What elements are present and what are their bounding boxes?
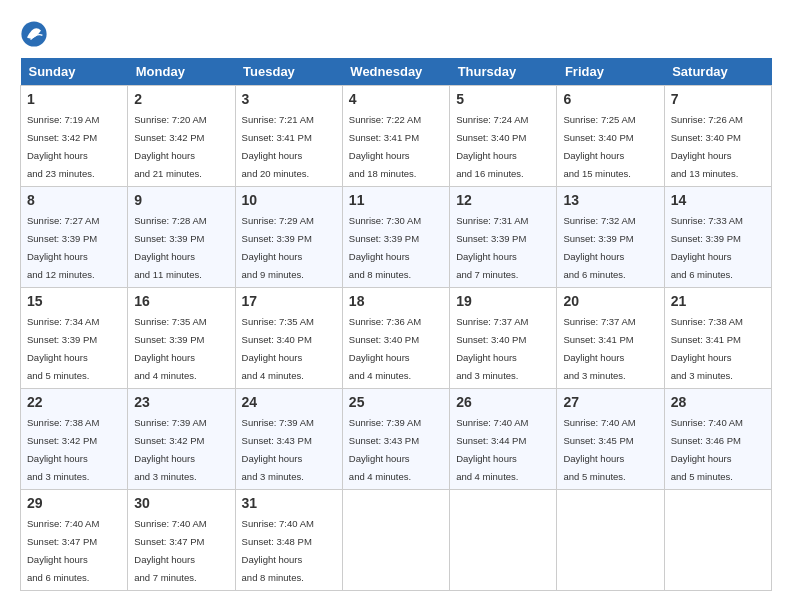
day-number: 2 xyxy=(134,91,228,107)
calendar-cell xyxy=(664,490,771,591)
day-number: 18 xyxy=(349,293,443,309)
calendar-week-3: 15 Sunrise: 7:34 AMSunset: 3:39 PMDaylig… xyxy=(21,288,772,389)
weekday-header-saturday: Saturday xyxy=(664,58,771,86)
day-detail: Sunrise: 7:40 AMSunset: 3:47 PMDaylight … xyxy=(27,518,99,583)
day-detail: Sunrise: 7:40 AMSunset: 3:44 PMDaylight … xyxy=(456,417,528,482)
day-detail: Sunrise: 7:40 AMSunset: 3:47 PMDaylight … xyxy=(134,518,206,583)
day-number: 26 xyxy=(456,394,550,410)
calendar-cell: 6 Sunrise: 7:25 AMSunset: 3:40 PMDayligh… xyxy=(557,86,664,187)
day-detail: Sunrise: 7:20 AMSunset: 3:42 PMDaylight … xyxy=(134,114,206,179)
day-number: 7 xyxy=(671,91,765,107)
day-number: 30 xyxy=(134,495,228,511)
day-detail: Sunrise: 7:31 AMSunset: 3:39 PMDaylight … xyxy=(456,215,528,280)
calendar-cell: 15 Sunrise: 7:34 AMSunset: 3:39 PMDaylig… xyxy=(21,288,128,389)
logo xyxy=(20,20,52,48)
day-number: 17 xyxy=(242,293,336,309)
calendar-cell: 14 Sunrise: 7:33 AMSunset: 3:39 PMDaylig… xyxy=(664,187,771,288)
calendar-cell: 5 Sunrise: 7:24 AMSunset: 3:40 PMDayligh… xyxy=(450,86,557,187)
calendar-cell: 10 Sunrise: 7:29 AMSunset: 3:39 PMDaylig… xyxy=(235,187,342,288)
day-number: 14 xyxy=(671,192,765,208)
calendar-cell: 8 Sunrise: 7:27 AMSunset: 3:39 PMDayligh… xyxy=(21,187,128,288)
day-detail: Sunrise: 7:39 AMSunset: 3:43 PMDaylight … xyxy=(349,417,421,482)
calendar-cell: 27 Sunrise: 7:40 AMSunset: 3:45 PMDaylig… xyxy=(557,389,664,490)
day-detail: Sunrise: 7:37 AMSunset: 3:41 PMDaylight … xyxy=(563,316,635,381)
day-number: 15 xyxy=(27,293,121,309)
day-number: 29 xyxy=(27,495,121,511)
day-detail: Sunrise: 7:24 AMSunset: 3:40 PMDaylight … xyxy=(456,114,528,179)
calendar-cell: 22 Sunrise: 7:38 AMSunset: 3:42 PMDaylig… xyxy=(21,389,128,490)
weekday-header-friday: Friday xyxy=(557,58,664,86)
day-detail: Sunrise: 7:38 AMSunset: 3:42 PMDaylight … xyxy=(27,417,99,482)
calendar-cell: 17 Sunrise: 7:35 AMSunset: 3:40 PMDaylig… xyxy=(235,288,342,389)
day-number: 16 xyxy=(134,293,228,309)
day-number: 13 xyxy=(563,192,657,208)
day-detail: Sunrise: 7:34 AMSunset: 3:39 PMDaylight … xyxy=(27,316,99,381)
day-detail: Sunrise: 7:27 AMSunset: 3:39 PMDaylight … xyxy=(27,215,99,280)
calendar-cell: 20 Sunrise: 7:37 AMSunset: 3:41 PMDaylig… xyxy=(557,288,664,389)
day-detail: Sunrise: 7:40 AMSunset: 3:45 PMDaylight … xyxy=(563,417,635,482)
day-number: 12 xyxy=(456,192,550,208)
calendar-cell: 24 Sunrise: 7:39 AMSunset: 3:43 PMDaylig… xyxy=(235,389,342,490)
day-number: 5 xyxy=(456,91,550,107)
calendar-cell: 28 Sunrise: 7:40 AMSunset: 3:46 PMDaylig… xyxy=(664,389,771,490)
day-number: 31 xyxy=(242,495,336,511)
logo-icon xyxy=(20,20,48,48)
calendar-cell: 13 Sunrise: 7:32 AMSunset: 3:39 PMDaylig… xyxy=(557,187,664,288)
day-detail: Sunrise: 7:26 AMSunset: 3:40 PMDaylight … xyxy=(671,114,743,179)
day-number: 8 xyxy=(27,192,121,208)
weekday-header-row: SundayMondayTuesdayWednesdayThursdayFrid… xyxy=(21,58,772,86)
calendar-cell: 9 Sunrise: 7:28 AMSunset: 3:39 PMDayligh… xyxy=(128,187,235,288)
day-detail: Sunrise: 7:40 AMSunset: 3:46 PMDaylight … xyxy=(671,417,743,482)
day-detail: Sunrise: 7:40 AMSunset: 3:48 PMDaylight … xyxy=(242,518,314,583)
day-number: 20 xyxy=(563,293,657,309)
calendar-cell: 19 Sunrise: 7:37 AMSunset: 3:40 PMDaylig… xyxy=(450,288,557,389)
calendar-cell xyxy=(450,490,557,591)
day-detail: Sunrise: 7:36 AMSunset: 3:40 PMDaylight … xyxy=(349,316,421,381)
day-detail: Sunrise: 7:39 AMSunset: 3:43 PMDaylight … xyxy=(242,417,314,482)
calendar-table: SundayMondayTuesdayWednesdayThursdayFrid… xyxy=(20,58,772,591)
calendar-cell: 12 Sunrise: 7:31 AMSunset: 3:39 PMDaylig… xyxy=(450,187,557,288)
weekday-header-sunday: Sunday xyxy=(21,58,128,86)
calendar-cell: 11 Sunrise: 7:30 AMSunset: 3:39 PMDaylig… xyxy=(342,187,449,288)
day-detail: Sunrise: 7:35 AMSunset: 3:40 PMDaylight … xyxy=(242,316,314,381)
day-number: 22 xyxy=(27,394,121,410)
calendar-week-4: 22 Sunrise: 7:38 AMSunset: 3:42 PMDaylig… xyxy=(21,389,772,490)
calendar-cell xyxy=(342,490,449,591)
calendar-cell: 16 Sunrise: 7:35 AMSunset: 3:39 PMDaylig… xyxy=(128,288,235,389)
calendar-week-5: 29 Sunrise: 7:40 AMSunset: 3:47 PMDaylig… xyxy=(21,490,772,591)
calendar-cell: 7 Sunrise: 7:26 AMSunset: 3:40 PMDayligh… xyxy=(664,86,771,187)
day-number: 27 xyxy=(563,394,657,410)
calendar-cell: 2 Sunrise: 7:20 AMSunset: 3:42 PMDayligh… xyxy=(128,86,235,187)
day-detail: Sunrise: 7:30 AMSunset: 3:39 PMDaylight … xyxy=(349,215,421,280)
day-number: 28 xyxy=(671,394,765,410)
calendar-cell: 21 Sunrise: 7:38 AMSunset: 3:41 PMDaylig… xyxy=(664,288,771,389)
day-number: 6 xyxy=(563,91,657,107)
day-detail: Sunrise: 7:39 AMSunset: 3:42 PMDaylight … xyxy=(134,417,206,482)
weekday-header-wednesday: Wednesday xyxy=(342,58,449,86)
day-detail: Sunrise: 7:38 AMSunset: 3:41 PMDaylight … xyxy=(671,316,743,381)
day-detail: Sunrise: 7:32 AMSunset: 3:39 PMDaylight … xyxy=(563,215,635,280)
day-number: 23 xyxy=(134,394,228,410)
calendar-cell: 26 Sunrise: 7:40 AMSunset: 3:44 PMDaylig… xyxy=(450,389,557,490)
day-number: 3 xyxy=(242,91,336,107)
weekday-header-tuesday: Tuesday xyxy=(235,58,342,86)
day-detail: Sunrise: 7:29 AMSunset: 3:39 PMDaylight … xyxy=(242,215,314,280)
day-number: 9 xyxy=(134,192,228,208)
calendar-cell: 18 Sunrise: 7:36 AMSunset: 3:40 PMDaylig… xyxy=(342,288,449,389)
day-detail: Sunrise: 7:33 AMSunset: 3:39 PMDaylight … xyxy=(671,215,743,280)
weekday-header-monday: Monday xyxy=(128,58,235,86)
weekday-header-thursday: Thursday xyxy=(450,58,557,86)
calendar-cell: 29 Sunrise: 7:40 AMSunset: 3:47 PMDaylig… xyxy=(21,490,128,591)
calendar-cell: 23 Sunrise: 7:39 AMSunset: 3:42 PMDaylig… xyxy=(128,389,235,490)
calendar-cell: 31 Sunrise: 7:40 AMSunset: 3:48 PMDaylig… xyxy=(235,490,342,591)
day-detail: Sunrise: 7:37 AMSunset: 3:40 PMDaylight … xyxy=(456,316,528,381)
day-number: 1 xyxy=(27,91,121,107)
calendar-week-1: 1 Sunrise: 7:19 AMSunset: 3:42 PMDayligh… xyxy=(21,86,772,187)
day-detail: Sunrise: 7:19 AMSunset: 3:42 PMDaylight … xyxy=(27,114,99,179)
day-number: 24 xyxy=(242,394,336,410)
day-number: 25 xyxy=(349,394,443,410)
day-detail: Sunrise: 7:25 AMSunset: 3:40 PMDaylight … xyxy=(563,114,635,179)
day-detail: Sunrise: 7:21 AMSunset: 3:41 PMDaylight … xyxy=(242,114,314,179)
calendar-cell: 4 Sunrise: 7:22 AMSunset: 3:41 PMDayligh… xyxy=(342,86,449,187)
calendar-week-2: 8 Sunrise: 7:27 AMSunset: 3:39 PMDayligh… xyxy=(21,187,772,288)
